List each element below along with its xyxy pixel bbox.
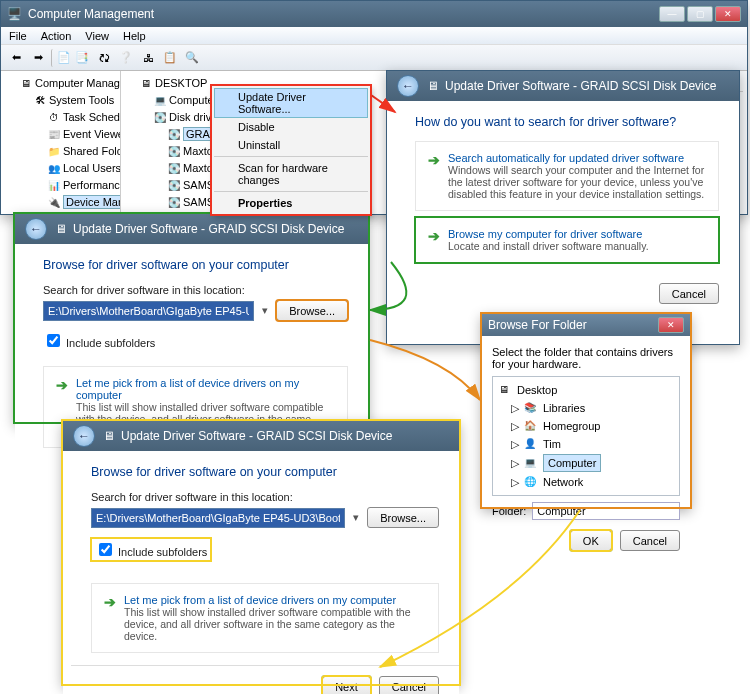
- menu-view[interactable]: View: [85, 30, 109, 42]
- arrow-icon: ➔: [428, 152, 440, 200]
- properties-icon[interactable]: 📑: [73, 49, 91, 67]
- wizard1-question: How do you want to search for driver sof…: [415, 115, 719, 129]
- folder-libraries[interactable]: Libraries: [543, 400, 585, 416]
- wizard1-window: ← 🖥 Update Driver Software - GRAID SCSI …: [386, 70, 740, 345]
- extra1-icon[interactable]: 📋: [161, 49, 179, 67]
- folder-homegroup[interactable]: Homegroup: [543, 418, 600, 434]
- folder-tree[interactable]: 🖥Desktop ▷📚Libraries ▷🏠Homegroup ▷👤Tim ▷…: [492, 376, 680, 496]
- opt2-title: Browse my computer for driver software: [448, 228, 649, 240]
- pick-sub: This list will show installed driver sof…: [124, 606, 426, 642]
- window-title: Computer Management: [28, 7, 154, 21]
- ctx-scan[interactable]: Scan for hardware changes: [214, 159, 368, 189]
- wizard2-heading: Browse for driver software on your compu…: [43, 258, 348, 272]
- wizard2-window: ← 🖥 Update Driver Software - GRAID SCSI …: [14, 213, 369, 423]
- desktop-node[interactable]: DESKTOP: [155, 77, 207, 89]
- help-icon[interactable]: ❔: [117, 49, 135, 67]
- next-button[interactable]: Next: [322, 676, 371, 694]
- option-search-auto[interactable]: ➔ Search automatically for updated drive…: [415, 141, 719, 211]
- dialog-message: Select the folder that contains drivers …: [492, 346, 680, 370]
- wizard1-title: Update Driver Software - GRAID SCSI Disk…: [445, 79, 716, 93]
- arrow-icon: ➔: [104, 594, 116, 642]
- device-manager-node[interactable]: Device Manager: [63, 195, 121, 209]
- opt1-title: Search automatically for updated driver …: [448, 152, 706, 164]
- folder-computer[interactable]: Computer: [543, 454, 601, 472]
- menubar: File Action View Help: [1, 27, 747, 45]
- folder-input[interactable]: [532, 502, 680, 520]
- up-icon[interactable]: 📄: [51, 49, 69, 67]
- app-icon: 🖥️: [7, 7, 22, 21]
- monitor-icon: 🖥: [55, 222, 67, 236]
- refresh-icon[interactable]: 🗘: [95, 49, 113, 67]
- opt1-sub: Windows will search your computer and th…: [448, 164, 706, 200]
- location-label: Search for driver software in this locat…: [43, 284, 245, 296]
- cancel-button[interactable]: Cancel: [620, 530, 680, 551]
- pick-title: Let me pick from a list of device driver…: [124, 594, 426, 606]
- extra2-icon[interactable]: 🔍: [183, 49, 201, 67]
- left-tree[interactable]: 🖥Computer Management (Local 🛠System Tool…: [1, 71, 121, 214]
- close-button[interactable]: ✕: [658, 317, 684, 333]
- computer-icon: 🖥: [19, 76, 33, 92]
- folder-label: Folder:: [492, 505, 526, 517]
- folder-user[interactable]: Tim: [543, 436, 561, 452]
- option-browse[interactable]: ➔ Browse my computer for driver software…: [415, 217, 719, 263]
- location-label: Search for driver software in this locat…: [91, 491, 293, 503]
- include-subfolders-input[interactable]: [47, 334, 60, 347]
- wizard3-header: ← 🖥 Update Driver Software - GRAID SCSI …: [63, 421, 459, 451]
- wizard3-title: Update Driver Software - GRAID SCSI Disk…: [121, 429, 392, 443]
- ctx-uninstall[interactable]: Uninstall: [214, 136, 368, 154]
- browse-button[interactable]: Browse...: [276, 300, 348, 321]
- dialog-titlebar: Browse For Folder ✕: [482, 314, 690, 336]
- wizard3-heading: Browse for driver software on your compu…: [91, 465, 439, 479]
- cancel-button[interactable]: Cancel: [659, 283, 719, 304]
- back-arrow-icon[interactable]: ←: [73, 425, 95, 447]
- include-label: Include subfolders: [66, 337, 155, 349]
- driver-path-input[interactable]: [91, 508, 345, 528]
- performance-node[interactable]: Performance: [63, 179, 121, 191]
- minimize-button[interactable]: —: [659, 6, 685, 22]
- forward-icon[interactable]: ➡: [29, 49, 47, 67]
- system-tools-node[interactable]: System Tools: [49, 94, 114, 106]
- ctx-update-driver[interactable]: Update Driver Software...: [214, 88, 368, 118]
- monitor-icon: 🖥: [427, 79, 439, 93]
- folder-network[interactable]: Network: [543, 474, 583, 490]
- include-subfolders-checkbox[interactable]: Include subfolders: [43, 337, 155, 349]
- ctx-disable[interactable]: Disable: [214, 118, 368, 136]
- menu-help[interactable]: Help: [123, 30, 146, 42]
- toolbar: ⬅ ➡ 📄 📑 🗘 ❔ 🖧 📋 🔍: [1, 45, 747, 71]
- wizard2-title: Update Driver Software - GRAID SCSI Disk…: [73, 222, 344, 236]
- include-subfolders-checkbox[interactable]: Include subfolders: [91, 538, 211, 561]
- scan-icon[interactable]: 🖧: [139, 49, 157, 67]
- wizard3-window: ← 🖥 Update Driver Software - GRAID SCSI …: [62, 420, 460, 685]
- context-menu[interactable]: Update Driver Software... Disable Uninst…: [211, 85, 371, 215]
- window-titlebar: 🖥️ Computer Management — ▢ ✕: [1, 1, 747, 27]
- opt2-sub: Locate and install driver software manua…: [448, 240, 649, 252]
- monitor-icon: 🖥: [103, 429, 115, 443]
- include-subfolders-input[interactable]: [99, 543, 112, 556]
- task-scheduler-node[interactable]: Task Scheduler: [63, 111, 121, 123]
- shared-folders-node[interactable]: Shared Folders: [63, 145, 121, 157]
- back-arrow-icon[interactable]: ←: [25, 218, 47, 240]
- wizard1-header: ← 🖥 Update Driver Software - GRAID SCSI …: [387, 71, 739, 101]
- close-button[interactable]: ✕: [715, 6, 741, 22]
- back-arrow-icon[interactable]: ←: [397, 75, 419, 97]
- ok-button[interactable]: OK: [570, 530, 612, 551]
- include-label: Include subfolders: [118, 546, 207, 558]
- menu-file[interactable]: File: [9, 30, 27, 42]
- browse-button[interactable]: Browse...: [367, 507, 439, 528]
- event-viewer-node[interactable]: Event Viewer: [63, 128, 121, 140]
- dialog-title: Browse For Folder: [488, 318, 587, 332]
- browse-folder-dialog: Browse For Folder ✕ Select the folder th…: [481, 313, 691, 508]
- pick-title: Let me pick from a list of device driver…: [76, 377, 335, 401]
- maximize-button[interactable]: ▢: [687, 6, 713, 22]
- menu-action[interactable]: Action: [41, 30, 72, 42]
- arrow-icon: ➔: [428, 228, 440, 252]
- back-icon[interactable]: ⬅: [7, 49, 25, 67]
- folder-desktop[interactable]: Desktop: [517, 382, 557, 398]
- driver-path-input[interactable]: [43, 301, 254, 321]
- wizard2-header: ← 🖥 Update Driver Software - GRAID SCSI …: [15, 214, 368, 244]
- ctx-properties[interactable]: Properties: [214, 194, 368, 212]
- option-pick-list[interactable]: ➔ Let me pick from a list of device driv…: [91, 583, 439, 653]
- root-node[interactable]: Computer Management (Local: [35, 77, 121, 89]
- local-users-node[interactable]: Local Users and Groups: [63, 162, 121, 174]
- cancel-button[interactable]: Cancel: [379, 676, 439, 694]
